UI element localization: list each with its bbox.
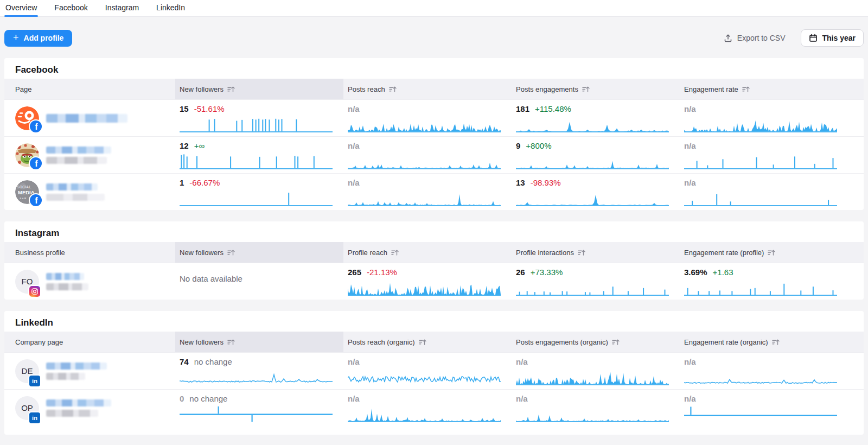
column-header-profile-reach[interactable]: Profile reach: [343, 242, 512, 263]
export-csv-label: Export to CSV: [737, 34, 786, 42]
metric-value-row: n/a: [684, 104, 864, 115]
date-range-button[interactable]: This year: [801, 29, 864, 47]
profile-cell[interactable]: f: [4, 137, 175, 173]
metric-value-row: 9+800%: [516, 141, 680, 152]
add-profile-button[interactable]: + Add profile: [4, 30, 72, 47]
metric-value: 12: [180, 141, 189, 150]
column-header-engagement-rate-organic[interactable]: Engagement rate (organic): [680, 332, 864, 352]
metric-value: 3.69%: [684, 268, 707, 277]
metric-value: 265: [348, 268, 361, 277]
metric-cell: 15-51.61%: [175, 100, 343, 136]
metric-delta: +800%: [526, 141, 551, 150]
metric-cell: 12+∞: [175, 137, 343, 173]
metric-value-row: 1-66.67%: [180, 178, 343, 189]
metric-cell: 1-66.67%: [175, 174, 343, 210]
metric-delta: +1.63: [713, 268, 733, 277]
column-header-posts-engagements-organic[interactable]: Posts engagements (organic): [512, 332, 680, 352]
metric-value-row: 12+∞: [180, 141, 343, 152]
section-title: Facebook: [4, 58, 864, 79]
profile-cell[interactable]: DEin: [4, 353, 175, 389]
metric-delta: no change: [189, 394, 227, 403]
metric-value-row: n/a: [348, 394, 512, 405]
column-header-posts-reach-organic[interactable]: Posts reach (organic): [343, 332, 512, 352]
sort-icon: [772, 339, 780, 346]
metric-value: n/a: [684, 141, 696, 150]
column-header-label: Page: [15, 85, 31, 93]
avatar: DEin: [15, 359, 39, 383]
metric-cell: No data available: [175, 263, 343, 300]
column-header-label: Profile interactions: [516, 249, 574, 257]
avatar: f: [15, 143, 39, 167]
metric-value: n/a: [348, 357, 360, 366]
profile-cell[interactable]: f: [4, 100, 175, 136]
redacted-name-line: [46, 114, 127, 123]
sort-icon: [582, 86, 590, 93]
metric-value-row: n/a: [684, 394, 864, 405]
column-header-engagement-rate[interactable]: Engagement rate: [680, 79, 864, 99]
metric-value-row: 0no change: [180, 394, 343, 405]
sparkline: [684, 406, 864, 422]
add-profile-label: Add profile: [24, 34, 64, 42]
metric-value: 1: [180, 178, 184, 187]
sparkline: [684, 279, 864, 296]
column-header-label: Company page: [15, 338, 63, 346]
metric-cell: 265-21.13%: [343, 263, 512, 300]
tab-instagram[interactable]: Instagram: [104, 1, 140, 16]
sort-icon: [227, 339, 235, 346]
redacted-name-line: [46, 410, 98, 417]
metric-value: 13: [516, 178, 525, 187]
column-header-new-followers[interactable]: New followers: [175, 242, 343, 263]
sparkline: [180, 190, 343, 206]
profile-cell[interactable]: SOCIALMEDIA●▲■f: [4, 174, 175, 210]
profile-cell[interactable]: FO: [4, 263, 175, 300]
export-csv-button[interactable]: Export to CSV: [724, 34, 786, 42]
profile-cell[interactable]: OPin: [4, 390, 175, 426]
column-header-posts-reach[interactable]: Posts reach: [343, 79, 512, 99]
avatar: SOCIALMEDIA●▲■f: [15, 180, 39, 204]
metric-value: 26: [516, 268, 525, 277]
sort-icon: [419, 339, 426, 346]
metric-delta: +73.33%: [531, 268, 563, 277]
metric-delta: -66.67%: [189, 178, 220, 187]
avatar-initials: OP: [21, 403, 33, 412]
metric-value-row: 26+73.33%: [516, 268, 680, 278]
column-header-entity[interactable]: Page: [4, 79, 175, 99]
column-header-label: Engagement rate (profile): [684, 249, 764, 257]
metric-cell: n/a: [343, 390, 512, 426]
date-range-label: This year: [822, 34, 856, 42]
tab-overview[interactable]: Overview: [4, 1, 38, 16]
metric-cell: 26+73.33%: [512, 263, 680, 300]
metric-cell: 9+800%: [512, 137, 680, 173]
tab-linkedin[interactable]: LinkedIn: [155, 1, 186, 16]
column-header-new-followers[interactable]: New followers: [175, 332, 343, 352]
metric-value-row: 13-98.93%: [516, 178, 680, 189]
metric-value-row: n/a: [348, 357, 512, 368]
sort-icon: [578, 249, 585, 256]
metric-value: 9: [516, 141, 520, 150]
sparkline: [180, 153, 343, 169]
table-row: OPin0no changen/an/an/a: [4, 389, 864, 426]
column-header-new-followers[interactable]: New followers: [175, 79, 343, 99]
sort-icon: [389, 86, 397, 93]
column-header-label: Posts reach: [348, 85, 385, 93]
metric-value: n/a: [516, 394, 528, 403]
column-header-entity[interactable]: Business profile: [4, 242, 175, 263]
redacted-name: [46, 183, 105, 201]
svg-text:●▲■: ●▲■: [20, 196, 26, 200]
column-header-engagement-rate-profile[interactable]: Engagement rate (profile): [680, 242, 864, 263]
sparkline: [348, 153, 512, 169]
metric-value-row: 15-51.61%: [180, 104, 343, 115]
linkedin-badge-icon: in: [29, 376, 40, 386]
avatar-initials: DE: [22, 366, 33, 376]
column-header-entity[interactable]: Company page: [4, 332, 175, 352]
column-header-profile-interactions[interactable]: Profile interactions: [512, 242, 680, 263]
metric-value-row: n/a: [684, 178, 864, 189]
sparkline: [516, 279, 680, 296]
metric-value: 0: [180, 394, 184, 403]
column-header-posts-engagements[interactable]: Posts engagements: [512, 79, 680, 99]
sparkline: [180, 116, 343, 132]
tab-facebook[interactable]: Facebook: [53, 1, 88, 16]
metric-value: n/a: [684, 104, 696, 113]
metric-value: n/a: [348, 394, 360, 403]
redacted-name-line: [46, 147, 111, 154]
